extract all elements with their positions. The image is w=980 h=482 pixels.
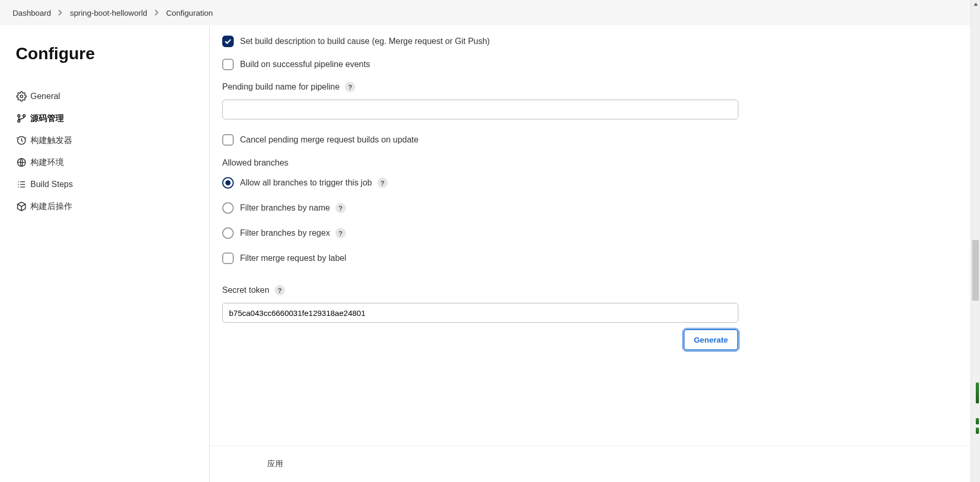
branch-icon bbox=[16, 113, 27, 124]
footer-bar: 应用 bbox=[210, 445, 980, 482]
clock-icon bbox=[16, 135, 27, 146]
sidebar-item-label: 构建环境 bbox=[30, 157, 64, 168]
sidebar-item-general[interactable]: General bbox=[16, 85, 209, 107]
sidebar: Configure General 源码管理 构建触发器 bbox=[0, 25, 210, 482]
breadcrumb: Dashboard spring-boot-helloworld Configu… bbox=[0, 0, 980, 25]
field-label-secret-token: Secret token bbox=[222, 286, 269, 295]
chevron-right-icon bbox=[155, 9, 159, 16]
sidebar-item-label: 构建后操作 bbox=[30, 201, 72, 212]
sidebar-item-buildsteps[interactable]: Build Steps bbox=[16, 173, 209, 195]
help-icon[interactable]: ? bbox=[345, 82, 355, 92]
allowed-branches-label: Allowed branches bbox=[222, 158, 907, 168]
checkbox-set-build-description[interactable] bbox=[222, 36, 234, 47]
svg-point-2 bbox=[18, 120, 20, 122]
pending-build-name-input[interactable] bbox=[222, 100, 738, 119]
checkbox-label: Build on successful pipeline events bbox=[240, 60, 370, 69]
breadcrumb-project[interactable]: spring-boot-helloworld bbox=[70, 8, 147, 17]
checkbox-cancel-pending[interactable] bbox=[222, 134, 234, 146]
gear-icon bbox=[16, 91, 27, 102]
activity-indicator-icon bbox=[976, 382, 979, 403]
scroll-up-icon[interactable] bbox=[971, 0, 980, 8]
generate-button[interactable]: Generate bbox=[683, 329, 738, 350]
globe-icon bbox=[16, 157, 27, 168]
sidebar-item-env[interactable]: 构建环境 bbox=[16, 151, 209, 173]
sidebar-item-label: 源码管理 bbox=[30, 113, 64, 124]
chevron-right-icon bbox=[58, 9, 62, 16]
field-label-pending-build: Pending build name for pipeline bbox=[222, 82, 340, 92]
radio-allow-all[interactable] bbox=[222, 177, 234, 189]
radio-label: Allow all branches to trigger this job bbox=[240, 178, 372, 188]
secret-token-input[interactable] bbox=[222, 303, 738, 323]
checkbox-filter-merge-label[interactable] bbox=[222, 253, 234, 264]
checkbox-label: Set build description to build cause (eg… bbox=[240, 37, 490, 46]
radio-filter-regex[interactable] bbox=[222, 227, 234, 239]
apply-button[interactable]: 应用 bbox=[267, 459, 283, 469]
svg-point-1 bbox=[18, 115, 20, 117]
checkbox-pipeline-events[interactable] bbox=[222, 59, 234, 70]
sidebar-item-label: 构建触发器 bbox=[30, 135, 72, 146]
help-icon[interactable]: ? bbox=[275, 285, 285, 295]
main-content: Set build description to build cause (eg… bbox=[210, 25, 980, 482]
checkbox-label: Cancel pending merge request builds on u… bbox=[240, 135, 419, 145]
sidebar-item-postbuild[interactable]: 构建后操作 bbox=[16, 195, 209, 217]
activity-indicator-icon bbox=[976, 428, 979, 434]
help-icon[interactable]: ? bbox=[335, 203, 346, 213]
scrollbar-track[interactable] bbox=[971, 0, 980, 482]
scrollbar-thumb[interactable] bbox=[972, 240, 979, 301]
package-icon bbox=[16, 201, 27, 212]
sidebar-item-label: General bbox=[30, 92, 60, 101]
svg-point-3 bbox=[23, 115, 25, 117]
checkbox-label: Filter merge request by label bbox=[240, 254, 346, 263]
breadcrumb-configuration[interactable]: Configuration bbox=[166, 8, 213, 17]
radio-label: Filter branches by regex bbox=[240, 228, 330, 238]
help-icon[interactable]: ? bbox=[335, 228, 346, 238]
breadcrumb-dashboard[interactable]: Dashboard bbox=[13, 8, 51, 17]
sidebar-item-source[interactable]: 源码管理 bbox=[16, 107, 209, 129]
radio-filter-name[interactable] bbox=[222, 202, 234, 214]
svg-point-0 bbox=[20, 95, 23, 98]
activity-indicator-icon bbox=[976, 418, 979, 424]
help-icon[interactable]: ? bbox=[377, 178, 388, 188]
sidebar-item-label: Build Steps bbox=[30, 180, 73, 189]
sidebar-item-triggers[interactable]: 构建触发器 bbox=[16, 129, 209, 151]
steps-icon bbox=[16, 179, 27, 190]
page-title: Configure bbox=[16, 44, 209, 63]
radio-label: Filter branches by name bbox=[240, 203, 330, 213]
